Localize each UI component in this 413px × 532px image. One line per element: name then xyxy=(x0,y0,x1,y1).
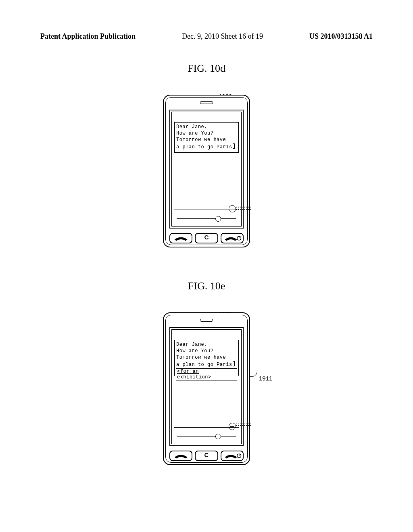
end-button[interactable] xyxy=(221,451,244,461)
phone-screen: Dear Jane, How are You? Tomorrow we have… xyxy=(169,110,244,229)
figure-10d: 1900 Dear Jane, How are You? Tomorrow we… xyxy=(0,87,413,247)
separator-line xyxy=(174,210,239,210)
speaker-icon xyxy=(200,319,213,322)
msg-line-2: How are You? xyxy=(176,348,237,354)
figure-10e: 1900 1911 Dear Jane, How are You? Tomorr… xyxy=(0,304,413,465)
end-button[interactable] xyxy=(221,233,244,243)
call-button[interactable] xyxy=(169,451,192,461)
suggested-text-line[interactable]: <for an exhibition> xyxy=(176,368,237,380)
msg-line-4: a plan to go Paris xyxy=(176,361,237,368)
header-center: Dec. 9, 2010 Sheet 16 of 19 xyxy=(182,32,263,41)
call-button[interactable] xyxy=(169,233,192,243)
clear-label: C xyxy=(204,451,209,458)
hardware-buttons: C xyxy=(169,451,244,460)
message-text-area[interactable]: Dear Jane, How are You? Tomorrow we have… xyxy=(174,122,239,153)
speaker-icon xyxy=(200,101,213,104)
slider-track[interactable] xyxy=(177,218,236,219)
figure-10e-label: FIG. 10e xyxy=(0,280,413,292)
slider-thumb[interactable] xyxy=(215,434,221,439)
clear-button[interactable]: C xyxy=(195,451,218,461)
header-right: US 2010/0313158 A1 xyxy=(309,32,373,41)
msg-line-4: a plan to go Paris xyxy=(176,143,237,150)
text-cursor-icon xyxy=(233,361,235,366)
separator-line xyxy=(174,427,239,428)
msg-line-1: Dear Jane, xyxy=(176,341,237,348)
phone-device: Dear Jane, How are You? Tomorrow we have… xyxy=(163,95,250,247)
page-header: Patent Application Publication Dec. 9, 2… xyxy=(0,32,413,41)
phone-device: Dear Jane, How are You? Tomorrow we have… xyxy=(163,312,250,465)
slider-track[interactable] xyxy=(177,436,236,436)
clear-button[interactable]: C xyxy=(195,233,218,243)
ref-1911: 1911 xyxy=(259,375,272,382)
phone-screen: Dear Jane, How are You? Tomorrow we have… xyxy=(169,327,244,446)
text-cursor-icon xyxy=(233,143,235,149)
message-text-area[interactable]: Dear Jane, How are You? Tomorrow we have… xyxy=(174,340,239,376)
handset-power-icon xyxy=(221,234,243,243)
slider-thumb[interactable] xyxy=(215,216,221,222)
clear-label: C xyxy=(204,234,209,241)
msg-line-3: Tomorrow we have xyxy=(176,354,237,361)
handset-power-icon xyxy=(221,451,243,460)
header-left: Patent Application Publication xyxy=(40,32,136,41)
hardware-buttons: C xyxy=(169,233,244,243)
msg-line-2: How are You? xyxy=(176,130,237,137)
handset-icon xyxy=(170,234,192,243)
msg-line-1: Dear Jane, xyxy=(176,124,237,130)
msg-line-3: Tomorrow we have xyxy=(176,137,237,143)
handset-icon xyxy=(170,451,192,460)
figure-10d-label: FIG. 10d xyxy=(0,62,413,75)
